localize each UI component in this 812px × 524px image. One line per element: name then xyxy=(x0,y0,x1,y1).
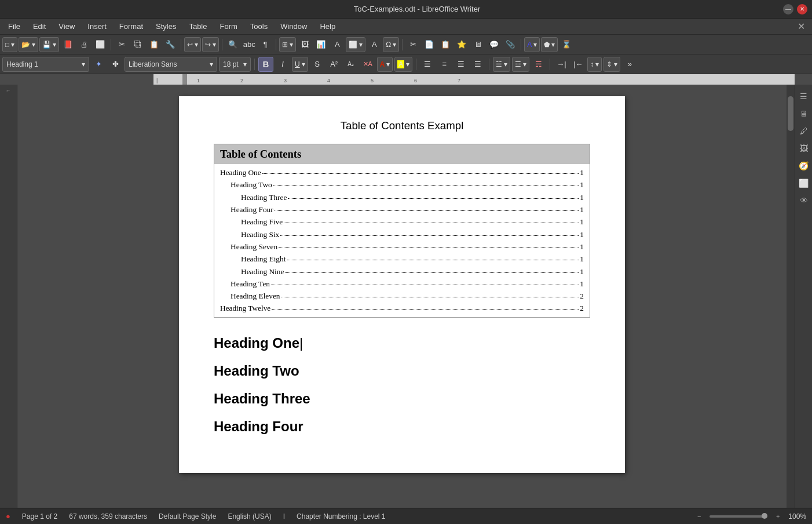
menu-window[interactable]: Window xyxy=(275,20,313,33)
clear-format-button[interactable]: ✕A xyxy=(360,57,375,72)
superscript-button[interactable]: A² xyxy=(327,57,342,72)
new-file-icon: □ xyxy=(5,41,9,49)
svg-text:3: 3 xyxy=(284,78,287,83)
copy-button[interactable]: ⿻ xyxy=(130,37,145,52)
more-toolbar-button[interactable]: » xyxy=(622,57,637,72)
toc-entry-6: Heading Six 1 xyxy=(220,228,584,241)
paste2-button[interactable]: 📋 xyxy=(438,37,453,52)
menu-insert[interactable]: Insert xyxy=(82,20,112,33)
find-button[interactable]: 🔍 xyxy=(225,37,240,52)
properties-button[interactable]: 🖥 xyxy=(797,107,811,121)
indent-more-button[interactable]: →| xyxy=(554,57,569,72)
svg-text:5: 5 xyxy=(371,78,374,83)
document-area-container: ⌐ Table of Contents Exampl Table of Cont… xyxy=(0,85,812,508)
highlight-dropdown[interactable]: A ▾ xyxy=(394,57,412,72)
print-button[interactable]: 🖨 xyxy=(76,37,92,52)
chart-button[interactable]: 📊 xyxy=(313,37,328,52)
cut2-button[interactable]: ✂ xyxy=(405,37,420,52)
menu-edit[interactable]: Edit xyxy=(27,20,52,33)
toc-entry-5: Heading Five 1 xyxy=(220,216,584,228)
functions-button[interactable]: ⬜ xyxy=(797,176,811,190)
menu-table[interactable]: Table xyxy=(183,20,213,33)
ordered-list-dropdown[interactable]: ☲ ▾ xyxy=(512,57,529,72)
image-button[interactable]: 🖼 xyxy=(297,37,312,52)
strikethrough-button[interactable]: S xyxy=(310,57,325,72)
gallery-button[interactable]: 🖼 xyxy=(797,141,811,155)
styles-button[interactable]: 🖊 xyxy=(797,124,811,138)
format-separator-1 xyxy=(254,59,255,70)
new-file-dropdown[interactable]: □ ▾ xyxy=(2,37,17,52)
font-color-dropdown[interactable]: A ▾ xyxy=(377,57,393,72)
underline-dropdown[interactable]: U ▾ xyxy=(292,57,308,72)
vertical-scrollbar[interactable] xyxy=(787,85,795,508)
close-button[interactable]: ✕ xyxy=(797,4,807,14)
indent-less-button[interactable]: |← xyxy=(570,57,586,72)
justify-button[interactable]: ☰ xyxy=(470,57,485,72)
para-spacing-dropdown[interactable]: ⇕ ▾ xyxy=(603,57,620,72)
font-name-dropdown[interactable]: Liberation Sans ▾ xyxy=(125,57,217,72)
align-center-button[interactable]: ≡ xyxy=(437,57,452,72)
zoom-out-button[interactable]: − xyxy=(692,510,706,523)
star-button[interactable]: ⭐ xyxy=(454,37,469,52)
paragraph-style-dropdown[interactable]: Heading 1 ▾ xyxy=(2,57,89,72)
highlight-arrow: ▾ xyxy=(406,60,409,68)
menu-file[interactable]: File xyxy=(2,20,26,33)
minimize-button[interactable]: — xyxy=(783,4,793,14)
redo-dropdown[interactable]: ↪ ▾ xyxy=(202,37,219,52)
menu-format[interactable]: Format xyxy=(114,20,149,33)
zoom-in-button[interactable]: + xyxy=(771,510,785,523)
sidebar-toggle-button[interactable]: ☰ xyxy=(797,89,811,103)
navigator-button[interactable]: 🧭 xyxy=(797,159,811,173)
zoom-slider[interactable] xyxy=(709,515,767,518)
print-preview-button[interactable]: ⬜ xyxy=(93,37,108,52)
remove-list-button[interactable]: ☴ xyxy=(531,57,546,72)
special-char-dropdown[interactable]: Ω ▾ xyxy=(383,37,399,52)
textbox-button[interactable]: A xyxy=(330,37,345,52)
table-dropdown[interactable]: ⊞ ▾ xyxy=(279,37,296,52)
heading-one[interactable]: Heading One xyxy=(214,335,590,351)
copy2-button[interactable]: 📄 xyxy=(422,37,437,52)
font-size-label: 18 pt xyxy=(223,60,239,68)
cut-button[interactable]: ✂ xyxy=(114,37,129,52)
underline-arrow: ▾ xyxy=(302,60,305,68)
menu-help[interactable]: Help xyxy=(314,20,341,33)
export-pdf-button[interactable]: 📕 xyxy=(60,37,75,52)
toolbar-separator-3 xyxy=(222,39,222,50)
menu-tools[interactable]: Tools xyxy=(244,20,273,33)
view-button[interactable]: 👁 xyxy=(797,194,811,208)
fontwork-button[interactable]: A xyxy=(367,37,382,52)
open-file-dropdown[interactable]: 📂 ▾ xyxy=(19,37,38,52)
font-size-dropdown[interactable]: 18 pt ▾ xyxy=(219,57,251,72)
clear-style-button[interactable]: ✦ xyxy=(91,57,106,72)
bold-button[interactable]: B xyxy=(258,57,273,72)
comment-button[interactable]: 💬 xyxy=(487,37,502,52)
italic-button[interactable]: I xyxy=(275,57,290,72)
paste-button[interactable]: 📋 xyxy=(147,37,162,52)
undo-dropdown[interactable]: ↩ ▾ xyxy=(184,37,201,52)
menu-styles[interactable]: Styles xyxy=(150,20,182,33)
window-controls: — ✕ xyxy=(783,4,807,14)
clone-format-button[interactable]: 🔧 xyxy=(163,37,178,52)
subscript-button[interactable]: A₂ xyxy=(343,57,359,72)
spellcheck-button[interactable]: abc xyxy=(242,37,257,52)
document-scroll-area[interactable]: Table of Contents Exampl Table of Conten… xyxy=(17,85,787,508)
menu-form[interactable]: Form xyxy=(214,20,243,33)
scrollbar-thumb[interactable] xyxy=(788,96,793,131)
page-info[interactable]: Page 1 of 2 xyxy=(22,512,57,521)
new-style-button[interactable]: ✤ xyxy=(108,57,123,72)
close-document-button[interactable]: ✕ xyxy=(793,21,810,32)
screen-button[interactable]: 🖥 xyxy=(470,37,485,52)
formatting-marks-button[interactable]: ¶ xyxy=(258,37,273,52)
color-dropdown[interactable]: A ▾ xyxy=(524,37,540,52)
unordered-list-dropdown[interactable]: ☱ ▾ xyxy=(493,57,510,72)
menu-view[interactable]: View xyxy=(53,20,81,33)
align-right-button[interactable]: ☰ xyxy=(453,57,469,72)
shapes-dropdown[interactable]: ⬜ ▾ xyxy=(346,37,365,52)
align-left-button[interactable]: ☰ xyxy=(420,57,435,72)
table-of-contents-box: Table of Contents Heading One 1 Heading … xyxy=(214,144,590,318)
save-file-dropdown[interactable]: 💾 ▾ xyxy=(39,37,59,52)
shape2-dropdown[interactable]: ⬟ ▾ xyxy=(541,37,558,52)
attach-button[interactable]: 📎 xyxy=(503,37,518,52)
extra-button[interactable]: ⌛ xyxy=(559,37,574,52)
line-spacing-dropdown[interactable]: ↕ ▾ xyxy=(587,57,602,72)
